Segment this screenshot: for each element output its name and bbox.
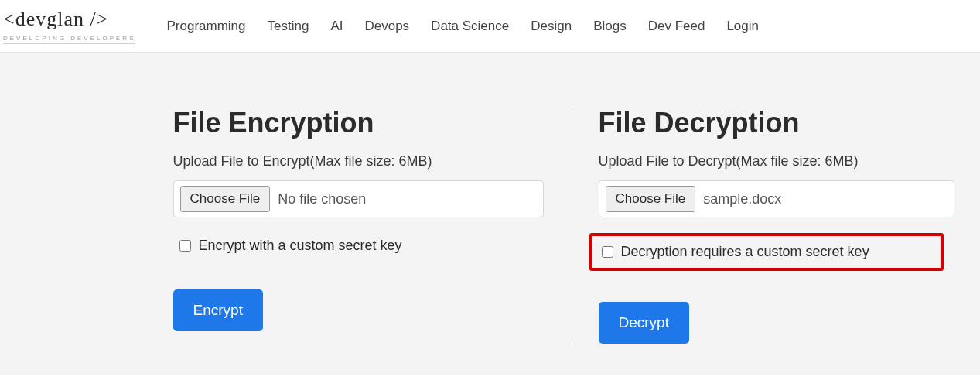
- panels-row: File Encryption Upload File to Encrypt(M…: [0, 107, 980, 344]
- encrypt-button[interactable]: Encrypt: [173, 289, 263, 331]
- nav-blogs[interactable]: Blogs: [593, 19, 627, 34]
- nav-testing[interactable]: Testing: [268, 19, 309, 34]
- encryption-custom-key-checkbox[interactable]: [179, 240, 191, 252]
- nav-ai[interactable]: AI: [330, 19, 343, 34]
- encryption-custom-key-row[interactable]: Encrypt with a custom secret key: [173, 233, 544, 259]
- decryption-panel: File Decryption Upload File to Decrypt(M…: [575, 107, 978, 344]
- decryption-custom-key-row[interactable]: Decryption requires a custom secret key: [589, 233, 944, 271]
- nav-design[interactable]: Design: [531, 19, 572, 34]
- decryption-file-status: sample.docx: [703, 191, 781, 207]
- encryption-file-field: Choose File No file chosen: [173, 180, 544, 217]
- site-logo[interactable]: <devglan /> DEVELOPING DEVELOPERS: [3, 8, 135, 44]
- logo-tagline: DEVELOPING DEVELOPERS: [3, 33, 135, 44]
- decrypt-button[interactable]: Decrypt: [599, 302, 689, 344]
- encryption-custom-key-label: Encrypt with a custom secret key: [199, 238, 402, 254]
- nav-login[interactable]: Login: [726, 19, 759, 34]
- main-nav: Programming Testing AI Devops Data Scien…: [166, 19, 759, 34]
- decryption-custom-key-label: Decryption requires a custom secret key: [621, 244, 869, 260]
- nav-devops[interactable]: Devops: [364, 19, 409, 34]
- content-area: File Encryption Upload File to Encrypt(M…: [0, 53, 980, 375]
- decryption-file-field: Choose File sample.docx: [599, 180, 954, 217]
- decryption-choose-file-button[interactable]: Choose File: [606, 186, 696, 212]
- nav-programming[interactable]: Programming: [166, 19, 245, 34]
- decryption-upload-label: Upload File to Decrypt(Max file size: 6M…: [599, 153, 954, 170]
- decryption-custom-key-checkbox[interactable]: [602, 246, 613, 258]
- decryption-title: File Decryption: [599, 107, 954, 139]
- encryption-panel: File Encryption Upload File to Encrypt(M…: [173, 107, 575, 344]
- nav-data-science[interactable]: Data Science: [431, 19, 509, 34]
- top-header: <devglan /> DEVELOPING DEVELOPERS Progra…: [0, 0, 980, 53]
- logo-text: <devglan />: [3, 8, 135, 31]
- nav-dev-feed[interactable]: Dev Feed: [648, 19, 705, 34]
- encryption-upload-label: Upload File to Encrypt(Max file size: 6M…: [173, 153, 544, 170]
- encryption-title: File Encryption: [173, 107, 544, 139]
- encryption-choose-file-button[interactable]: Choose File: [180, 186, 271, 212]
- encryption-file-status: No file chosen: [278, 191, 366, 207]
